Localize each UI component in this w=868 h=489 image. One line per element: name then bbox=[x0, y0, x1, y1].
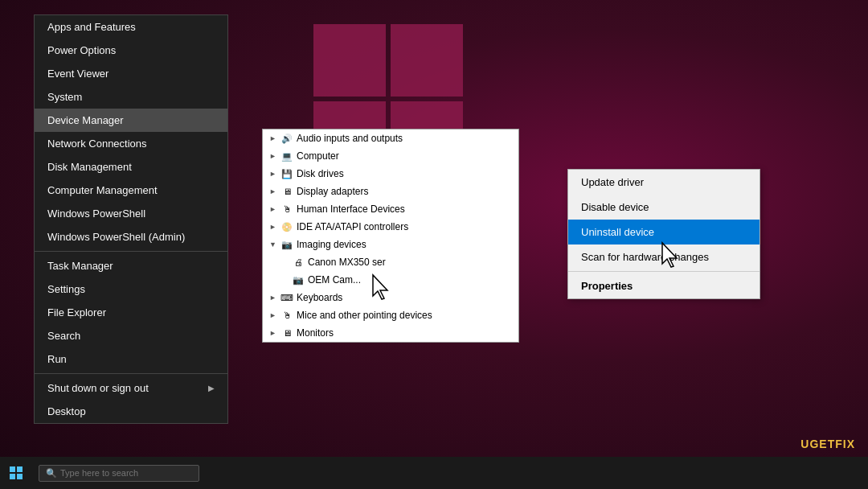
menu-item-desktop[interactable]: Desktop bbox=[35, 400, 227, 423]
dm-imaging[interactable]: ▼ 📷 Imaging devices bbox=[263, 236, 518, 253]
dm-display[interactable]: ► 🖥 Display adapters bbox=[263, 183, 518, 200]
dm-icon-computer: 💻 bbox=[280, 150, 293, 162]
win-logo-tile-2 bbox=[391, 24, 463, 97]
dm-arrow-hid: ► bbox=[269, 205, 277, 213]
rcm-disable-device[interactable]: Disable device bbox=[568, 195, 760, 220]
taskbar: 🔍 bbox=[0, 457, 868, 489]
dm-arrow-display: ► bbox=[269, 187, 277, 195]
menu-separator-2 bbox=[35, 373, 227, 374]
menu-item-file-explorer[interactable]: File Explorer bbox=[35, 301, 227, 324]
dm-mice[interactable]: ► 🖱 Mice and other pointing devices bbox=[263, 306, 518, 324]
menu-item-device-manager[interactable]: Device Manager bbox=[35, 109, 227, 132]
menu-item-disk-management[interactable]: Disk Management bbox=[35, 155, 227, 179]
dm-label-display: Display adapters bbox=[297, 186, 368, 197]
dm-label-canon: Canon MX350 ser bbox=[308, 257, 386, 268]
dm-arrow-disk: ► bbox=[269, 170, 277, 178]
dm-arrow-monitors: ► bbox=[269, 329, 277, 337]
menu-item-power-options[interactable]: Power Options bbox=[35, 39, 227, 62]
dm-hid[interactable]: ► 🖱 Human Interface Devices bbox=[263, 200, 518, 218]
dm-icon-audio: 🔊 bbox=[280, 132, 293, 145]
rcm-properties[interactable]: Properties bbox=[568, 273, 760, 298]
dm-monitors[interactable]: ► 🖥 Monitors bbox=[263, 324, 518, 342]
taskbar-search-input[interactable] bbox=[60, 468, 192, 478]
ugetfix-watermark: UGETFIX bbox=[800, 438, 855, 450]
device-right-context-menu: Update driver Disable device Uninstall d… bbox=[567, 169, 760, 299]
menu-separator-1 bbox=[35, 251, 227, 252]
dm-icon-keyboards: ⌨ bbox=[280, 291, 293, 304]
menu-item-powershell-admin[interactable]: Windows PowerShell (Admin) bbox=[35, 225, 227, 249]
rcm-separator bbox=[568, 271, 760, 272]
dm-arrow-ide: ► bbox=[269, 223, 277, 231]
menu-item-apps-features[interactable]: Apps and Features bbox=[35, 15, 227, 39]
dm-arrow-keyboards: ► bbox=[269, 294, 277, 302]
dm-arrow-imaging: ▼ bbox=[269, 240, 277, 249]
taskbar-search-box[interactable]: 🔍 bbox=[39, 465, 199, 482]
menu-item-system[interactable]: System bbox=[35, 85, 227, 109]
menu-item-event-viewer[interactable]: Event Viewer bbox=[35, 62, 227, 85]
dm-oem-cam[interactable]: 📷 OEM Cam... bbox=[263, 271, 518, 289]
dm-icon-monitors: 🖥 bbox=[280, 327, 293, 339]
menu-item-shutdown[interactable]: Shut down or sign out ▶ bbox=[35, 376, 227, 400]
dm-icon-canon: 🖨 bbox=[292, 256, 305, 269]
dm-icon-imaging: 📷 bbox=[280, 238, 293, 251]
menu-item-run[interactable]: Run bbox=[35, 347, 227, 371]
dm-arrow-audio: ► bbox=[269, 134, 277, 142]
dm-audio[interactable]: ► 🔊 Audio inputs and outputs bbox=[263, 129, 518, 147]
menu-item-powershell[interactable]: Windows PowerShell bbox=[35, 202, 227, 225]
dm-label-audio: Audio inputs and outputs bbox=[297, 133, 403, 144]
rcm-update-driver[interactable]: Update driver bbox=[568, 170, 760, 195]
rcm-scan-hardware[interactable]: Scan for hardware changes bbox=[568, 244, 760, 269]
dm-label-keyboards: Keyboards bbox=[297, 292, 342, 303]
windows-start-icon bbox=[10, 466, 23, 479]
menu-item-computer-management[interactable]: Computer Management bbox=[35, 179, 227, 202]
dm-label-hid: Human Interface Devices bbox=[297, 203, 405, 215]
search-icon: 🔍 bbox=[46, 468, 57, 479]
dm-arrow-computer: ► bbox=[269, 152, 277, 160]
menu-item-search[interactable]: Search bbox=[35, 324, 227, 347]
dm-label-computer: Computer bbox=[297, 150, 339, 162]
device-manager-panel: ► 🔊 Audio inputs and outputs ► 💻 Compute… bbox=[262, 129, 519, 343]
win-logo-tile-1 bbox=[313, 24, 386, 97]
start-button[interactable] bbox=[0, 457, 32, 489]
dm-ide[interactable]: ► 📀 IDE ATA/ATAPI controllers bbox=[263, 218, 518, 236]
dm-label-monitors: Monitors bbox=[297, 327, 334, 339]
dm-icon-display: 🖥 bbox=[280, 185, 293, 198]
dm-icon-hid: 🖱 bbox=[280, 203, 293, 216]
dm-icon-mice: 🖱 bbox=[280, 309, 293, 322]
dm-canon[interactable]: 🖨 Canon MX350 ser bbox=[263, 253, 518, 271]
dm-keyboards[interactable]: ► ⌨ Keyboards bbox=[263, 289, 518, 306]
dm-label-disk: Disk drives bbox=[297, 168, 344, 179]
menu-item-shutdown-label: Shut down or sign out bbox=[47, 382, 149, 394]
dm-icon-disk: 💾 bbox=[280, 167, 293, 180]
rcm-uninstall-device[interactable]: Uninstall device bbox=[568, 220, 760, 244]
menu-item-network-connections[interactable]: Network Connections bbox=[35, 132, 227, 155]
dm-label-oem: OEM Cam... bbox=[308, 274, 361, 286]
menu-item-task-manager[interactable]: Task Manager bbox=[35, 254, 227, 277]
dm-computer[interactable]: ► 💻 Computer bbox=[263, 147, 518, 165]
chevron-right-icon: ▶ bbox=[208, 384, 215, 392]
dm-disk[interactable]: ► 💾 Disk drives bbox=[263, 165, 518, 183]
dm-arrow-mice: ► bbox=[269, 311, 277, 319]
dm-label-ide: IDE ATA/ATAPI controllers bbox=[297, 221, 408, 232]
dm-label-imaging: Imaging devices bbox=[297, 239, 366, 250]
dm-label-mice: Mice and other pointing devices bbox=[297, 310, 432, 321]
menu-item-settings[interactable]: Settings bbox=[35, 277, 227, 301]
dm-icon-ide: 📀 bbox=[280, 220, 293, 233]
dm-icon-oem: 📷 bbox=[292, 273, 305, 286]
win-context-menu-left: Apps and Features Power Options Event Vi… bbox=[34, 14, 228, 424]
